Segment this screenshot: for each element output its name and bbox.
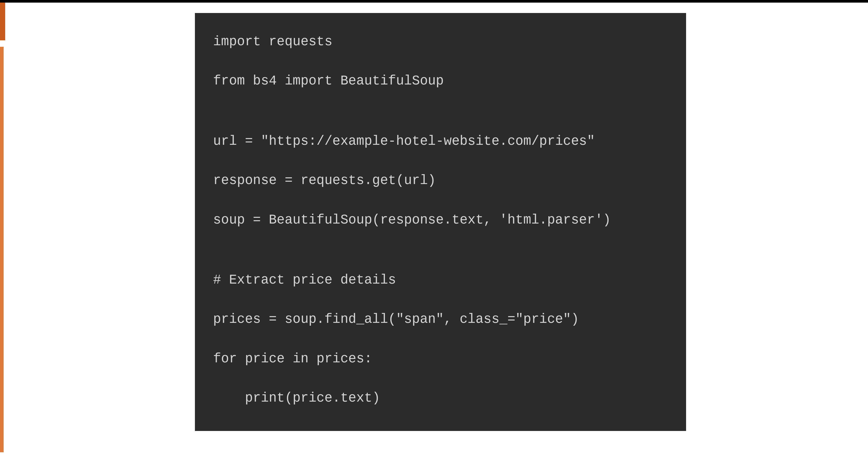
code-line: for price in prices: [213,349,668,368]
code-line: # Extract price details [213,271,668,289]
left-accent-bar-top [0,3,5,40]
code-line: url = "https://example-hotel-website.com… [213,132,668,151]
code-block: import requests from bs4 import Beautifu… [195,13,686,431]
left-accent-bar-main [0,47,4,452]
code-line: print(price.text) [213,389,668,407]
code-line: response = requests.get(url) [213,171,668,190]
top-border [0,0,868,3]
code-line: from bs4 import BeautifulSoup [213,72,668,90]
code-line: import requests [213,32,668,51]
code-line: prices = soup.find_all("span", class_="p… [213,310,668,329]
code-blank-line [213,111,668,132]
code-line: soup = BeautifulSoup(response.text, 'htm… [213,211,668,229]
code-blank-line [213,250,668,271]
